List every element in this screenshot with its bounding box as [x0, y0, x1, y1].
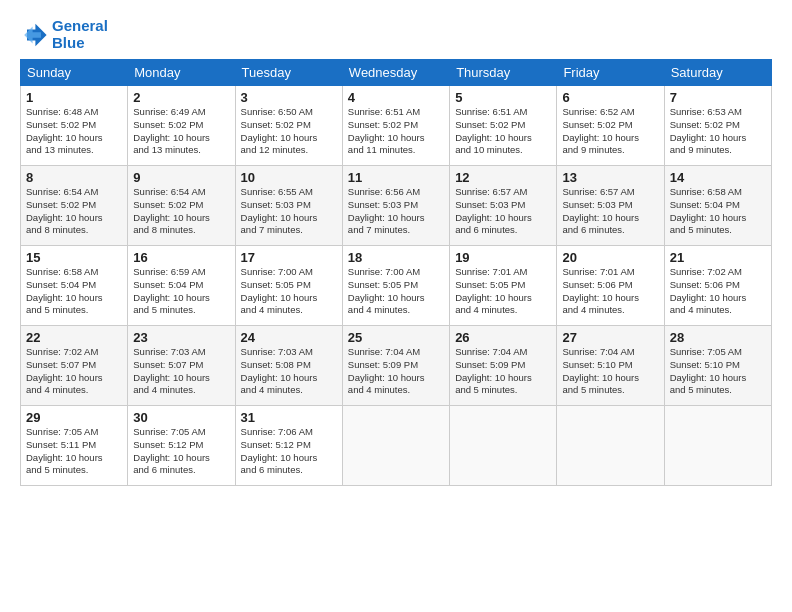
day-info: Sunrise: 6:48 AM Sunset: 5:02 PM Dayligh… [26, 106, 122, 157]
day-number: 21 [670, 250, 766, 265]
logo-icon [20, 21, 48, 49]
day-cell [342, 406, 449, 486]
day-number: 25 [348, 330, 444, 345]
day-cell: 30Sunrise: 7:05 AM Sunset: 5:12 PM Dayli… [128, 406, 235, 486]
weekday-header-wednesday: Wednesday [342, 60, 449, 86]
weekday-header-saturday: Saturday [664, 60, 771, 86]
day-number: 17 [241, 250, 337, 265]
day-number: 6 [562, 90, 658, 105]
day-cell [557, 406, 664, 486]
day-info: Sunrise: 6:58 AM Sunset: 5:04 PM Dayligh… [26, 266, 122, 317]
page: General Blue SundayMondayTuesdayWednesda… [0, 0, 792, 496]
day-info: Sunrise: 7:03 AM Sunset: 5:07 PM Dayligh… [133, 346, 229, 397]
day-info: Sunrise: 7:01 AM Sunset: 5:06 PM Dayligh… [562, 266, 658, 317]
day-cell: 4Sunrise: 6:51 AM Sunset: 5:02 PM Daylig… [342, 86, 449, 166]
day-number: 29 [26, 410, 122, 425]
day-cell: 12Sunrise: 6:57 AM Sunset: 5:03 PM Dayli… [450, 166, 557, 246]
day-cell: 24Sunrise: 7:03 AM Sunset: 5:08 PM Dayli… [235, 326, 342, 406]
day-number: 22 [26, 330, 122, 345]
day-cell: 20Sunrise: 7:01 AM Sunset: 5:06 PM Dayli… [557, 246, 664, 326]
day-cell: 21Sunrise: 7:02 AM Sunset: 5:06 PM Dayli… [664, 246, 771, 326]
day-info: Sunrise: 7:04 AM Sunset: 5:09 PM Dayligh… [348, 346, 444, 397]
day-info: Sunrise: 7:03 AM Sunset: 5:08 PM Dayligh… [241, 346, 337, 397]
day-info: Sunrise: 7:05 AM Sunset: 5:11 PM Dayligh… [26, 426, 122, 477]
day-info: Sunrise: 7:00 AM Sunset: 5:05 PM Dayligh… [241, 266, 337, 317]
day-cell: 5Sunrise: 6:51 AM Sunset: 5:02 PM Daylig… [450, 86, 557, 166]
day-info: Sunrise: 6:59 AM Sunset: 5:04 PM Dayligh… [133, 266, 229, 317]
day-cell: 11Sunrise: 6:56 AM Sunset: 5:03 PM Dayli… [342, 166, 449, 246]
day-number: 27 [562, 330, 658, 345]
day-number: 13 [562, 170, 658, 185]
day-cell: 28Sunrise: 7:05 AM Sunset: 5:10 PM Dayli… [664, 326, 771, 406]
day-info: Sunrise: 6:52 AM Sunset: 5:02 PM Dayligh… [562, 106, 658, 157]
week-row-0: 1Sunrise: 6:48 AM Sunset: 5:02 PM Daylig… [21, 86, 772, 166]
day-cell: 2Sunrise: 6:49 AM Sunset: 5:02 PM Daylig… [128, 86, 235, 166]
weekday-header-friday: Friday [557, 60, 664, 86]
day-info: Sunrise: 6:51 AM Sunset: 5:02 PM Dayligh… [455, 106, 551, 157]
day-cell: 26Sunrise: 7:04 AM Sunset: 5:09 PM Dayli… [450, 326, 557, 406]
day-number: 1 [26, 90, 122, 105]
day-number: 20 [562, 250, 658, 265]
day-cell: 18Sunrise: 7:00 AM Sunset: 5:05 PM Dayli… [342, 246, 449, 326]
day-cell: 27Sunrise: 7:04 AM Sunset: 5:10 PM Dayli… [557, 326, 664, 406]
logo: General Blue [20, 18, 108, 51]
day-info: Sunrise: 6:58 AM Sunset: 5:04 PM Dayligh… [670, 186, 766, 237]
day-info: Sunrise: 6:54 AM Sunset: 5:02 PM Dayligh… [133, 186, 229, 237]
day-number: 30 [133, 410, 229, 425]
day-info: Sunrise: 7:04 AM Sunset: 5:09 PM Dayligh… [455, 346, 551, 397]
day-cell: 6Sunrise: 6:52 AM Sunset: 5:02 PM Daylig… [557, 86, 664, 166]
day-cell: 31Sunrise: 7:06 AM Sunset: 5:12 PM Dayli… [235, 406, 342, 486]
logo-text: General Blue [52, 18, 108, 51]
header: General Blue [20, 18, 772, 51]
day-info: Sunrise: 6:55 AM Sunset: 5:03 PM Dayligh… [241, 186, 337, 237]
day-cell: 25Sunrise: 7:04 AM Sunset: 5:09 PM Dayli… [342, 326, 449, 406]
day-cell: 19Sunrise: 7:01 AM Sunset: 5:05 PM Dayli… [450, 246, 557, 326]
day-cell: 13Sunrise: 6:57 AM Sunset: 5:03 PM Dayli… [557, 166, 664, 246]
week-row-1: 8Sunrise: 6:54 AM Sunset: 5:02 PM Daylig… [21, 166, 772, 246]
day-info: Sunrise: 6:57 AM Sunset: 5:03 PM Dayligh… [562, 186, 658, 237]
day-cell: 9Sunrise: 6:54 AM Sunset: 5:02 PM Daylig… [128, 166, 235, 246]
day-number: 3 [241, 90, 337, 105]
day-cell: 1Sunrise: 6:48 AM Sunset: 5:02 PM Daylig… [21, 86, 128, 166]
day-number: 16 [133, 250, 229, 265]
day-cell: 29Sunrise: 7:05 AM Sunset: 5:11 PM Dayli… [21, 406, 128, 486]
day-info: Sunrise: 6:50 AM Sunset: 5:02 PM Dayligh… [241, 106, 337, 157]
day-number: 24 [241, 330, 337, 345]
day-info: Sunrise: 7:00 AM Sunset: 5:05 PM Dayligh… [348, 266, 444, 317]
day-info: Sunrise: 7:02 AM Sunset: 5:06 PM Dayligh… [670, 266, 766, 317]
day-cell: 3Sunrise: 6:50 AM Sunset: 5:02 PM Daylig… [235, 86, 342, 166]
weekday-header-sunday: Sunday [21, 60, 128, 86]
day-info: Sunrise: 6:54 AM Sunset: 5:02 PM Dayligh… [26, 186, 122, 237]
day-number: 12 [455, 170, 551, 185]
day-number: 7 [670, 90, 766, 105]
day-info: Sunrise: 7:05 AM Sunset: 5:10 PM Dayligh… [670, 346, 766, 397]
day-info: Sunrise: 6:51 AM Sunset: 5:02 PM Dayligh… [348, 106, 444, 157]
day-cell: 17Sunrise: 7:00 AM Sunset: 5:05 PM Dayli… [235, 246, 342, 326]
day-cell: 10Sunrise: 6:55 AM Sunset: 5:03 PM Dayli… [235, 166, 342, 246]
calendar-table: SundayMondayTuesdayWednesdayThursdayFrid… [20, 59, 772, 486]
week-row-4: 29Sunrise: 7:05 AM Sunset: 5:11 PM Dayli… [21, 406, 772, 486]
day-cell: 7Sunrise: 6:53 AM Sunset: 5:02 PM Daylig… [664, 86, 771, 166]
day-number: 28 [670, 330, 766, 345]
day-info: Sunrise: 6:49 AM Sunset: 5:02 PM Dayligh… [133, 106, 229, 157]
day-number: 11 [348, 170, 444, 185]
day-number: 10 [241, 170, 337, 185]
day-number: 23 [133, 330, 229, 345]
week-row-2: 15Sunrise: 6:58 AM Sunset: 5:04 PM Dayli… [21, 246, 772, 326]
day-number: 5 [455, 90, 551, 105]
day-info: Sunrise: 7:02 AM Sunset: 5:07 PM Dayligh… [26, 346, 122, 397]
day-info: Sunrise: 7:01 AM Sunset: 5:05 PM Dayligh… [455, 266, 551, 317]
day-cell: 16Sunrise: 6:59 AM Sunset: 5:04 PM Dayli… [128, 246, 235, 326]
day-number: 26 [455, 330, 551, 345]
day-cell: 14Sunrise: 6:58 AM Sunset: 5:04 PM Dayli… [664, 166, 771, 246]
day-info: Sunrise: 6:53 AM Sunset: 5:02 PM Dayligh… [670, 106, 766, 157]
day-number: 4 [348, 90, 444, 105]
day-number: 31 [241, 410, 337, 425]
day-cell: 8Sunrise: 6:54 AM Sunset: 5:02 PM Daylig… [21, 166, 128, 246]
day-info: Sunrise: 7:05 AM Sunset: 5:12 PM Dayligh… [133, 426, 229, 477]
day-number: 8 [26, 170, 122, 185]
week-row-3: 22Sunrise: 7:02 AM Sunset: 5:07 PM Dayli… [21, 326, 772, 406]
weekday-header-thursday: Thursday [450, 60, 557, 86]
day-cell: 22Sunrise: 7:02 AM Sunset: 5:07 PM Dayli… [21, 326, 128, 406]
day-number: 19 [455, 250, 551, 265]
